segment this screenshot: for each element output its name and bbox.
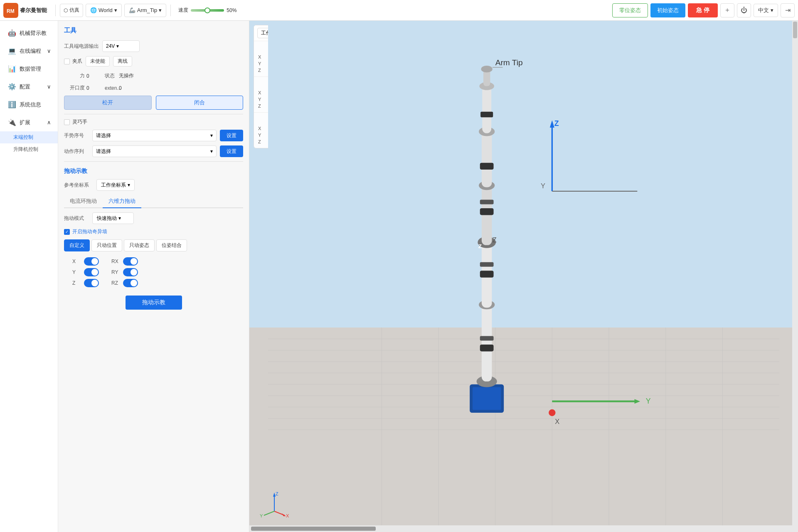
eye-icon[interactable]: 👁 — [327, 30, 333, 37]
separator2 — [170, 5, 171, 16]
z-label: Z — [72, 280, 81, 286]
pose-grid: X 0 mm RX 0 rad Y 0 mm RY — [258, 54, 332, 73]
sidebar-item-extend[interactable]: 🔌 扩展 ∧ — [0, 113, 58, 131]
sidebar-sub-lift-control[interactable]: 升降机控制 — [0, 143, 58, 155]
sing-tab-custom[interactable]: 自定义 — [64, 239, 90, 251]
release-btn[interactable]: 松开 — [64, 96, 152, 110]
axis-indicator: Z X Y — [258, 486, 291, 520]
tab-6d-force[interactable]: 六维力拖动 — [103, 195, 141, 208]
rx-toggle[interactable] — [123, 257, 138, 266]
svg-point-42 — [479, 82, 494, 90]
h-scrollbar-thumb[interactable] — [251, 527, 376, 531]
singularity-tabs: 自定义 只动位置 只动姿态 位姿结合 — [64, 239, 243, 251]
copy-icon[interactable]: ⧉ — [305, 45, 308, 51]
z-toggle[interactable] — [84, 279, 99, 287]
init-pose-btn[interactable]: 初始姿态 — [650, 3, 685, 17]
singularity-label: 开启拖动奇异墙 — [72, 228, 107, 235]
hand-icon[interactable]: 🖐 — [302, 30, 309, 37]
clamp-checkbox[interactable] — [64, 59, 70, 64]
drag-teach-btn[interactable]: 拖动示教 — [126, 296, 182, 310]
action-select[interactable]: 请选择 ▾ — [92, 145, 217, 157]
chevron-down-icon: ▾ — [210, 133, 213, 138]
release-close-btns: 松开 闭合 — [64, 96, 243, 110]
close-btn[interactable]: 闭合 — [156, 96, 244, 110]
power-select[interactable]: 24V ▾ — [102, 40, 140, 52]
axis-y: Y — [72, 268, 99, 276]
action-set-btn[interactable]: 设置 — [220, 145, 243, 157]
power-btn[interactable]: ⏻ — [737, 3, 751, 17]
svg-text:Arm Tip: Arm Tip — [495, 58, 523, 67]
estop-btn[interactable]: 急 停 — [688, 3, 718, 17]
svg-marker-48 — [550, 120, 554, 128]
diamond-icon[interactable]: ◆ — [320, 30, 325, 37]
sing-tab-combined[interactable]: 位姿结合 — [156, 239, 187, 251]
gesture-row: 手势序号 请选择 ▾ 设置 — [64, 130, 243, 141]
sidebar-item-online[interactable]: 💻 在线编程 ∨ — [0, 42, 58, 60]
sidebar-item-robot[interactable]: 🤖 机械臂示教 — [0, 24, 58, 42]
sim-icon: ⬡ — [64, 7, 68, 13]
sidebar-item-config[interactable]: ⚙️ 配置 ∨ — [0, 78, 58, 96]
axis-ry: RY — [111, 268, 138, 276]
singularity-checkbox[interactable]: ✓ — [64, 229, 70, 235]
logo-text: 睿尔曼智能 — [20, 7, 47, 14]
sing-tab-pos-only[interactable]: 只动位置 — [91, 239, 122, 251]
viewport-bottom-scrollbar[interactable] — [249, 525, 792, 532]
world-dropdown[interactable]: 🌐 World ▾ — [86, 4, 122, 17]
clamp-tag-offline[interactable]: 离线 — [113, 56, 132, 66]
svg-point-28 — [479, 238, 495, 247]
viewport[interactable]: 工作坐标系 🖐 ⛓ ◆ 👁 位置姿态 ⧉ X 0 — [249, 21, 798, 532]
divider1 — [64, 114, 243, 114]
overlay-icons: 🖐 ⛓ ◆ 👁 — [302, 30, 333, 37]
svg-rect-40 — [482, 86, 491, 133]
speed-slider[interactable] — [191, 9, 224, 12]
sidebar-sub-end-control[interactable]: 末端控制 — [0, 131, 58, 143]
drag-tabs: 电流环拖动 六维力拖动 — [64, 195, 243, 208]
rz-label: RZ — [111, 280, 120, 286]
svg-text:X: X — [555, 418, 559, 425]
pose-rx-row: RX 0 rad — [295, 54, 332, 60]
axis-rz: RZ — [111, 279, 138, 287]
drag-mode-select[interactable]: 快速拖动 ▾ — [92, 212, 134, 224]
svg-rect-38 — [480, 163, 494, 170]
plus-btn[interactable]: ＋ — [720, 3, 734, 17]
opening-label: 开口度 — [64, 84, 85, 91]
viewport-right-scrollbar[interactable] — [792, 21, 798, 532]
force-row: 力 0 状态 无操作 — [64, 71, 243, 81]
opening-value: 0 — [86, 85, 103, 91]
overlay-tabs: 工作坐标系 🖐 ⛓ ◆ 👁 — [254, 25, 336, 41]
zero-pose-btn[interactable]: 零位姿态 — [612, 3, 648, 17]
svg-rect-27 — [482, 242, 492, 308]
y-toggle[interactable] — [84, 268, 99, 276]
svg-rect-33 — [482, 185, 492, 245]
chevron-down-icon: ▾ — [118, 215, 121, 221]
singularity-checkbox-row: ✓ 开启拖动奇异墙 — [64, 228, 243, 235]
axis-row-y: Y RY — [72, 268, 243, 276]
agile-hand-checkbox[interactable] — [64, 119, 70, 125]
gesture-select[interactable]: 请选择 ▾ — [92, 130, 217, 141]
sidebar-item-data[interactable]: 📊 数据管理 — [0, 60, 58, 78]
force-label: 力 — [64, 72, 85, 79]
arm-tip-dropdown[interactable]: 🦾 Arm_Tip ▾ — [124, 4, 167, 17]
chevron-down-icon: ▾ — [114, 7, 117, 13]
gesture-set-btn[interactable]: 设置 — [220, 130, 243, 141]
tab-current-loop[interactable]: 电流环拖动 — [64, 195, 103, 208]
coord-system-select[interactable]: 工作坐标系 — [257, 28, 300, 38]
v-scrollbar-thumb[interactable] — [793, 22, 797, 38]
sidebar-item-sysinfo[interactable]: ℹ️ 系统信息 — [0, 96, 58, 113]
axis-row-xyz: X RX — [72, 257, 243, 266]
sing-tab-pose-only[interactable]: 只动姿态 — [124, 239, 155, 251]
chain-icon[interactable]: ⛓ — [312, 30, 318, 37]
clamp-tag-unenable[interactable]: 未使能 — [86, 56, 110, 66]
lang-dropdown[interactable]: 中文 ▾ — [754, 4, 778, 17]
logout-btn[interactable]: ⇥ — [781, 3, 795, 17]
ry-toggle[interactable] — [123, 268, 138, 276]
opening-row: 开口度 0 exten... 0 — [64, 84, 243, 91]
ref-select[interactable]: 工作坐标系 ▾ — [96, 179, 135, 191]
svg-point-24 — [479, 300, 495, 309]
chevron-down-icon: ▾ — [771, 7, 773, 13]
sim-mode-btn[interactable]: ⬡ 仿真 — [60, 4, 83, 17]
x-toggle[interactable] — [84, 257, 99, 266]
ry-label: RY — [111, 269, 120, 275]
rz-toggle[interactable] — [123, 279, 138, 287]
speed-slider-thumb — [204, 7, 210, 13]
